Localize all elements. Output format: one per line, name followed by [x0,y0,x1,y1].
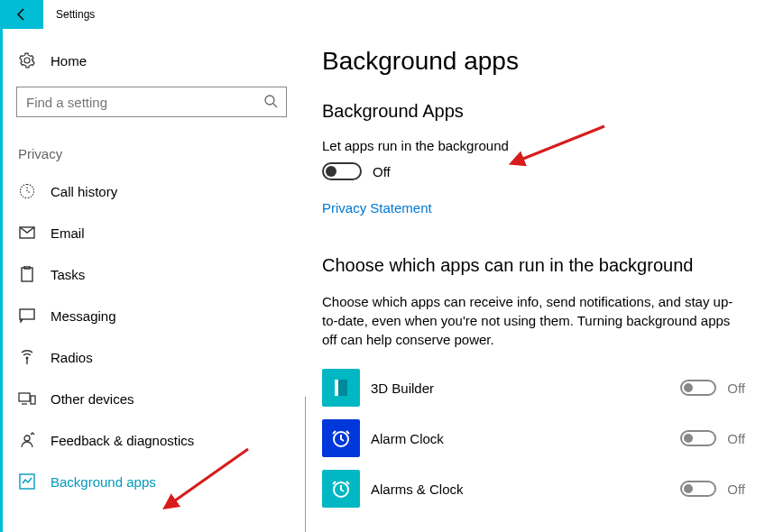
background-apps-icon [18,473,36,490]
sidebar-item-call-history[interactable]: Call history [16,170,302,212]
sidebar-item-feedback[interactable]: Feedback & diagnostics [16,419,302,461]
radios-icon [18,349,36,365]
svg-point-10 [24,436,30,441]
vertical-divider [305,397,306,532]
sidebar-item-label: Feedback & diagnostics [51,433,194,448]
sidebar-item-label: Radios [51,350,93,365]
app-toggle-3d-builder[interactable] [680,380,716,396]
email-icon [18,226,36,239]
back-button[interactable] [0,0,43,29]
sidebar-item-tasks[interactable]: Tasks [16,253,302,295]
app-name-label: Alarms & Clock [371,482,680,497]
app-row: Alarms & Clock Off [322,470,745,508]
svg-rect-3 [22,268,32,281]
sidebar-item-label: Other devices [51,391,134,407]
sidebar-item-label: Background apps [51,474,156,490]
sidebar-item-background-apps[interactable]: Background apps [16,461,302,502]
sidebar-item-label: Home [51,53,87,69]
section-heading-choose-apps: Choose which apps can run in the backgro… [322,255,745,276]
search-input[interactable] [16,87,287,117]
app-toggle-state: Off [727,431,745,446]
app-toggle-alarm-clock[interactable] [680,430,716,446]
main-content: Background apps Background Apps Let apps… [302,29,765,532]
svg-point-6 [26,357,29,360]
app-toggle-alarms-clock[interactable] [680,481,716,497]
feedback-icon [18,432,36,448]
arrow-left-icon [14,7,29,22]
sidebar-item-other-devices[interactable]: Other devices [16,378,302,419]
app-toggle-state: Off [727,381,745,396]
privacy-statement-link[interactable]: Privacy Statement [322,200,745,216]
sidebar-item-messaging[interactable]: Messaging [16,295,302,336]
sidebar: Home Privacy Call history Email Tasks Me… [0,29,302,532]
page-title: Background apps [322,47,745,76]
sidebar-item-label: Email [51,225,85,241]
app-icon-alarm-clock [322,419,360,457]
app-name-label: 3D Builder [371,381,680,396]
app-icon-3d-builder [322,369,360,407]
sidebar-item-label: Messaging [51,308,116,324]
top-bar: Settings [0,0,765,29]
call-history-icon [18,183,36,199]
master-toggle-state: Off [373,164,391,179]
master-toggle[interactable] [322,162,362,180]
app-row: 3D Builder Off [322,369,745,407]
messaging-icon [18,308,36,323]
svg-rect-13 [338,380,347,396]
section-description: Choose which apps can receive info, send… [322,292,737,349]
master-toggle-label: Let apps run in the background [322,138,745,153]
svg-line-1 [273,104,277,107]
section-heading-background-apps: Background Apps [322,101,745,122]
gear-icon [18,52,36,69]
app-icon-alarms-clock [322,470,360,508]
svg-rect-7 [19,393,30,401]
app-toggle-state: Off [727,482,745,497]
window-title: Settings [56,8,95,21]
tasks-icon [18,266,36,282]
other-devices-icon [18,391,36,406]
sidebar-item-home[interactable]: Home [16,52,302,69]
sidebar-item-email[interactable]: Email [16,212,302,253]
search-box[interactable] [16,87,287,117]
app-row: Alarm Clock Off [322,419,745,457]
svg-rect-5 [20,309,34,319]
sidebar-item-label: Call history [51,184,117,199]
svg-rect-8 [31,396,35,404]
sidebar-section-label: Privacy [16,146,302,161]
sidebar-item-radios[interactable]: Radios [16,336,302,378]
search-icon [263,94,278,112]
svg-point-0 [265,96,274,105]
app-name-label: Alarm Clock [371,431,680,446]
sidebar-item-label: Tasks [51,267,85,282]
